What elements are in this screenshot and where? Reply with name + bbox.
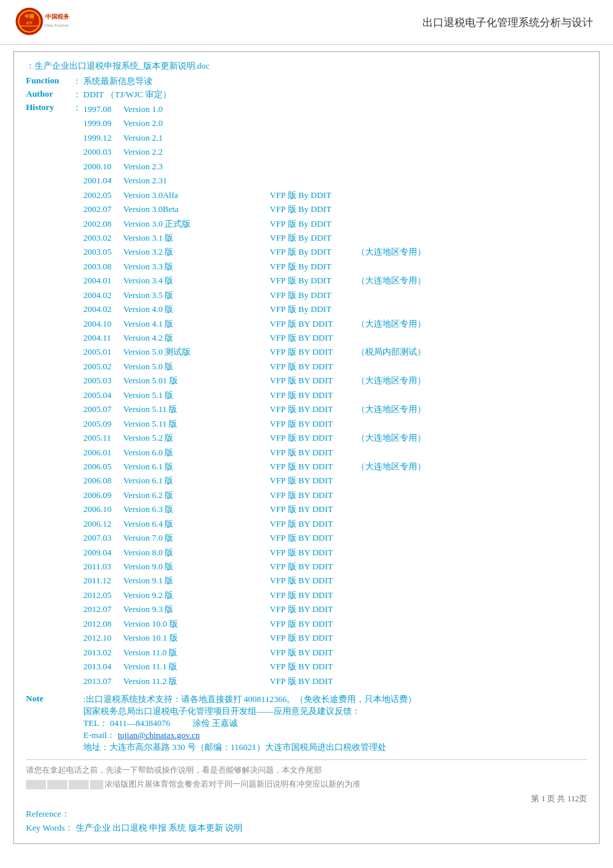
history-note: （大连地区专用） — [356, 459, 426, 473]
history-date: 2005.04 — [83, 388, 123, 402]
history-version: Version 4.1 版 — [123, 317, 270, 331]
history-vfp: VFP 版 BY DDIT — [270, 517, 356, 531]
history-vfp: VFP 版 BY DDIT — [270, 559, 356, 573]
history-vfp: VFP 版 BY DDIT — [270, 445, 356, 459]
history-date: 2005.07 — [83, 402, 123, 416]
history-version: Version 5.01 版 — [123, 373, 270, 387]
note-address: 地址：大连市高尔基路 330 号（邮编：116021）大连市国税局进出口税收管理… — [83, 741, 587, 753]
history-version: Version 2.1 — [123, 131, 270, 145]
history-row: 1999.09Version 2.0 — [83, 116, 587, 130]
history-date: 2006.10 — [83, 502, 123, 516]
email-link[interactable]: tujian@chinatax.gov.cn — [118, 730, 200, 740]
tel-value: 0411—84384076 — [110, 718, 171, 728]
history-date: 2004.01 — [83, 273, 123, 287]
history-vfp: VFP 版 BY DDIT — [270, 417, 356, 431]
meta-table: Function ： 系统最新信息导读 Author ： DDIT （TJ/WJ… — [26, 75, 587, 689]
history-version: Version 9.1 版 — [123, 573, 270, 587]
tip-text: 请您在拿起电话之前，先读一下帮助或操作说明，看是否能够解决问题，本文件尾部 — [26, 765, 322, 775]
history-version: Version 6.2 版 — [123, 488, 270, 502]
history-version: Version 6.1 版 — [123, 473, 270, 487]
overlay-text: 浓缩版图片展体育馆盒餐舍 — [105, 778, 201, 791]
history-note: （大连地区专用） — [356, 402, 426, 416]
history-version: Version 3.4 版 — [123, 273, 270, 287]
history-vfp: VFP 版 By DDIT — [270, 188, 356, 202]
history-row: 2003.05Version 3.2 版VFP 版 By DDIT（大连地区专用… — [83, 245, 587, 259]
function-colon: ： — [73, 75, 83, 88]
history-date: 2009.04 — [83, 545, 123, 559]
note-colon-cell — [73, 693, 83, 754]
author-colon: ： — [73, 88, 83, 101]
svg-text:税务: 税务 — [26, 21, 33, 25]
history-content: 1997.08Version 1.01999.09Version 2.01999… — [83, 101, 587, 689]
history-vfp: VFP 版 By DDIT — [270, 302, 356, 316]
history-row: 2012.05Version 9.2 版VFP 版 BY DDIT — [83, 588, 587, 602]
history-date: 2005.02 — [83, 359, 123, 373]
history-vfp: VFP 版 By DDIT — [270, 245, 356, 259]
history-row: 2005.11Version 5.2 版VFP 版 BY DDIT（大连地区专用… — [83, 431, 587, 445]
history-version: Version 4.2 版 — [123, 331, 270, 345]
history-row: 2013.07Version 11.2 版VFP 版 BY DDIT — [83, 674, 587, 688]
history-row: 2006.08Version 6.1 版VFP 版 BY DDIT — [83, 473, 587, 487]
history-row: 2006.10Version 6.3 版VFP 版 BY DDIT — [83, 502, 587, 516]
history-version: Version 5.0 测试版 — [123, 345, 270, 359]
history-version: Version 7.0 版 — [123, 531, 270, 545]
history-version: Version 3.1 版 — [123, 231, 270, 245]
history-row: 2000.10Version 2.3 — [83, 159, 587, 173]
keywords-line: Key Words： 生产企业 出口退税 申报 系统 版本更新 说明 — [26, 821, 587, 835]
history-date: 2005.11 — [83, 431, 123, 445]
history-note: （大连地区专用） — [356, 245, 426, 259]
history-version: Version 1.0 — [123, 102, 270, 116]
history-version: Version 6.4 版 — [123, 517, 270, 531]
history-note: （大连地区专用） — [356, 273, 426, 287]
history-vfp: VFP 版 By DDIT — [270, 217, 356, 231]
author-label: Author — [26, 88, 73, 101]
history-row: 2004.02Version 4.0 版VFP 版 By DDIT — [83, 302, 587, 316]
history-date: 2004.10 — [83, 317, 123, 331]
history-date: 2013.04 — [83, 659, 123, 673]
history-date: 2002.07 — [83, 202, 123, 216]
history-version: Version 2.3 — [123, 159, 270, 173]
note-table: Note :出口退税系统技术支持：请各地直接拨打 4008112366。（免收长… — [26, 693, 587, 754]
history-date: 2003.08 — [83, 259, 123, 273]
history-date: 2002.05 — [83, 188, 123, 202]
history-row: 2011.12Version 9.1 版VFP 版 BY DDIT — [83, 573, 587, 587]
page-header: 中国 税务 中国税务 China Taxation 出口退税电子化管理系统分析与… — [0, 0, 613, 45]
history-row: 2003.08Version 3.3 版VFP 版 By DDIT — [83, 259, 587, 273]
history-version: Version 2.2 — [123, 145, 270, 159]
history-vfp: VFP 版 BY DDIT — [270, 473, 356, 487]
history-colon: ： — [73, 101, 83, 689]
overlay-area: 浓缩版图片展体育馆盒餐舍 若对于同一问题新旧说明有冲突应以新的为准 — [26, 778, 587, 791]
history-vfp: VFP 版 BY DDIT — [270, 531, 356, 545]
history-vfp: VFP 版 BY DDIT — [270, 545, 356, 559]
note-email: E-mail： tujian@chinatax.gov.cn — [83, 729, 587, 741]
history-row: 2002.08Version 3.0 正式版VFP 版 By DDIT — [83, 217, 587, 231]
reference-line: Reference： — [26, 807, 587, 821]
history-version: Version 6.1 版 — [123, 459, 270, 473]
history-date: 2011.12 — [83, 573, 123, 587]
history-row: 2012.08Version 10.0 版VFP 版 BY DDIT — [83, 617, 587, 631]
history-version: Version 5.2 版 — [123, 431, 270, 445]
history-version: Version 2.0 — [123, 116, 270, 130]
history-row: 2004.11Version 4.2 版VFP 版 BY DDIT — [83, 331, 587, 345]
logo-area: 中国 税务 中国税务 China Taxation — [13, 7, 73, 39]
history-date: 2012.07 — [83, 602, 123, 616]
reference-label: Reference： — [26, 809, 70, 819]
author-value: DDIT （TJ/WJC 审定） — [83, 88, 587, 101]
history-vfp: VFP 版 BY DDIT — [270, 459, 356, 473]
history-vfp: VFP 版 BY DDIT — [270, 388, 356, 402]
history-version: Version 3.0Alfa — [123, 188, 270, 202]
history-version: Version 9.3 版 — [123, 602, 270, 616]
history-vfp: VFP 版 By DDIT — [270, 288, 356, 302]
history-version: Version 8.0 版 — [123, 545, 270, 559]
page-wrapper: 中国 税务 中国税务 China Taxation 出口退税电子化管理系统分析与… — [0, 0, 613, 868]
history-row: 2005.07Version 5.11 版VFP 版 BY DDIT（大连地区专… — [83, 402, 587, 416]
note-text1: :出口退税系统技术支持：请各地直接拨打 4008112366。（免收长途费用，只… — [83, 693, 587, 705]
history-vfp: VFP 版 BY DDIT — [270, 402, 356, 416]
history-vfp: VFP 版 BY DDIT — [270, 488, 356, 502]
history-row: 2003.02Version 3.1 版VFP 版 By DDIT — [83, 231, 587, 245]
history-vfp: VFP 版 BY DDIT — [270, 317, 356, 331]
history-vfp: VFP 版 BY DDIT — [270, 345, 356, 359]
history-version: Version 11.2 版 — [123, 674, 270, 688]
history-row: 2007.03Version 7.0 版VFP 版 BY DDIT — [83, 531, 587, 545]
history-vfp: VFP 版 BY DDIT — [270, 631, 356, 645]
